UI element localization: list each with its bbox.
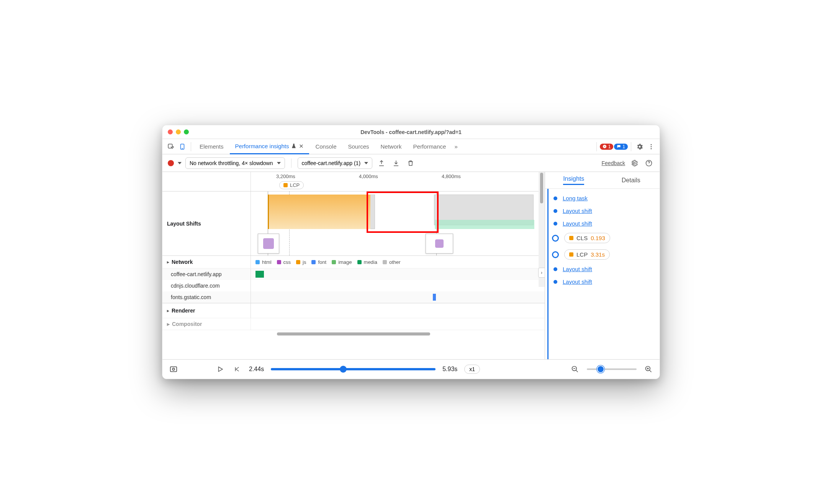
time-tick: 4,800ms bbox=[442, 173, 461, 179]
timeline-dot-icon bbox=[553, 280, 557, 284]
tab-sources[interactable]: Sources bbox=[342, 139, 374, 154]
import-icon[interactable] bbox=[391, 158, 401, 169]
legend-image: image bbox=[332, 259, 352, 265]
record-button[interactable] bbox=[168, 160, 174, 166]
minimize-window-button[interactable] bbox=[176, 129, 181, 134]
divider bbox=[631, 142, 631, 151]
inspect-icon[interactable] bbox=[165, 141, 176, 152]
time-ruler: 3,200ms 4,000ms 4,800ms LCP bbox=[162, 172, 545, 191]
compositor-label: Compositor bbox=[172, 321, 202, 327]
network-label: Network bbox=[162, 256, 251, 268]
throttling-select[interactable]: No network throttling, 4× slowdown bbox=[185, 157, 285, 169]
chevron-down-icon bbox=[364, 162, 368, 164]
svg-line-12 bbox=[576, 370, 578, 372]
network-section-header[interactable]: Network html css js font image media oth… bbox=[162, 255, 545, 268]
zoom-in-icon[interactable] bbox=[644, 364, 653, 374]
divider bbox=[291, 159, 291, 168]
maximize-window-button[interactable] bbox=[184, 129, 189, 134]
close-icon[interactable] bbox=[299, 144, 304, 149]
slider-handle[interactable] bbox=[597, 365, 604, 373]
legend-js: js bbox=[296, 259, 306, 265]
panel-settings-icon[interactable] bbox=[629, 158, 640, 169]
insight-cls-pill[interactable]: CLS 0.193 bbox=[564, 233, 610, 243]
request-bar[interactable] bbox=[433, 294, 436, 301]
error-count-badge[interactable]: 1 bbox=[600, 144, 614, 150]
compositor-section-header[interactable]: ▸Compositor bbox=[162, 318, 545, 330]
task-block-orange[interactable] bbox=[268, 195, 370, 229]
lcp-marker[interactable]: LCP bbox=[279, 181, 304, 189]
network-row[interactable]: coffee-cart.netlify.app bbox=[162, 268, 545, 280]
delete-icon[interactable] bbox=[405, 158, 416, 169]
slider-handle[interactable] bbox=[340, 366, 347, 373]
square-icon bbox=[569, 236, 573, 240]
sidebar-tabs: Insights Details bbox=[545, 172, 660, 189]
help-icon[interactable] bbox=[644, 158, 654, 169]
close-window-button[interactable] bbox=[168, 129, 173, 134]
more-tabs-button[interactable]: » bbox=[452, 139, 460, 154]
lcp-value: 3.31s bbox=[591, 251, 605, 258]
tab-details[interactable]: Details bbox=[603, 172, 660, 188]
insights-list[interactable]: Long task Layout shift Layout shift CLS … bbox=[545, 189, 660, 359]
overview-strip[interactable]: Layout Shifts bbox=[162, 191, 545, 255]
screenshot-thumbnail[interactable] bbox=[258, 234, 279, 254]
tab-network[interactable]: Network bbox=[375, 139, 407, 154]
renderer-section-header[interactable]: Renderer bbox=[162, 303, 545, 318]
screenshot-thumbnail[interactable] bbox=[426, 234, 453, 254]
time-range-slider[interactable] bbox=[271, 368, 436, 370]
request-bar[interactable] bbox=[255, 271, 264, 278]
rewind-icon[interactable] bbox=[232, 364, 242, 374]
zoom-slider[interactable] bbox=[587, 368, 637, 370]
message-count-badge[interactable]: 1 bbox=[614, 144, 628, 150]
device-toolbar-icon[interactable] bbox=[177, 141, 188, 152]
lcp-label: LCP bbox=[576, 251, 588, 258]
kebab-menu-icon[interactable] bbox=[646, 141, 657, 152]
cls-value: 0.193 bbox=[591, 235, 605, 241]
throttling-value: No network throttling, 4× slowdown bbox=[190, 160, 273, 166]
feedback-link[interactable]: Feedback bbox=[602, 160, 625, 166]
error-count: 1 bbox=[608, 144, 611, 149]
tab-insights[interactable]: Insights bbox=[545, 172, 603, 188]
svg-point-5 bbox=[651, 146, 652, 147]
window-title: DevTools - coffee-cart.netlify.app/?ad=1 bbox=[162, 129, 660, 135]
time-end: 5.93s bbox=[442, 366, 457, 373]
tab-console[interactable]: Console bbox=[310, 139, 342, 154]
message-icon bbox=[617, 144, 621, 149]
insight-layout-shift[interactable]: Layout shift bbox=[563, 278, 592, 285]
legend-other: other bbox=[383, 259, 401, 265]
svg-rect-9 bbox=[170, 367, 177, 372]
task-block-green[interactable] bbox=[435, 220, 534, 229]
play-icon[interactable] bbox=[215, 364, 225, 374]
insight-layout-shift[interactable]: Layout shift bbox=[563, 208, 592, 214]
message-count: 1 bbox=[622, 144, 625, 149]
tab-performance[interactable]: Performance bbox=[408, 139, 452, 154]
speed-pill[interactable]: x1 bbox=[464, 365, 480, 374]
insight-layout-shift[interactable]: Layout shift bbox=[563, 220, 592, 227]
horizontal-scrollbar[interactable] bbox=[162, 330, 545, 337]
timeline-panel[interactable]: › 3,200ms 4,000ms 4,800ms LCP Layout Shi… bbox=[162, 172, 545, 359]
red-highlight-box bbox=[367, 191, 439, 233]
timeline-dot-icon bbox=[553, 209, 557, 213]
insights-sidebar: Insights Details Long task Layout shift … bbox=[545, 172, 660, 359]
insight-lcp-pill[interactable]: LCP 3.31s bbox=[564, 249, 610, 260]
svg-point-4 bbox=[651, 144, 652, 145]
recording-select[interactable]: coffee-cart.netlify.app (1) bbox=[298, 157, 373, 169]
toggle-visibility-icon[interactable] bbox=[169, 364, 178, 374]
tab-label: Performance insights bbox=[235, 143, 289, 149]
svg-line-15 bbox=[650, 370, 652, 372]
insight-layout-shift[interactable]: Layout shift bbox=[563, 266, 592, 272]
insight-long-task[interactable]: Long task bbox=[563, 195, 588, 201]
legend-font: font bbox=[311, 259, 326, 265]
network-row[interactable]: cdnjs.cloudflare.com bbox=[162, 280, 545, 291]
network-row[interactable]: fonts.gstatic.com bbox=[162, 291, 545, 303]
tab-performance-insights[interactable]: Performance insights bbox=[230, 139, 309, 154]
zoom-out-icon[interactable] bbox=[570, 364, 580, 374]
settings-icon[interactable] bbox=[634, 141, 645, 152]
timeline-ring-icon bbox=[552, 251, 559, 258]
record-options-dropdown[interactable] bbox=[178, 162, 182, 164]
sidebar-toggle-handle[interactable]: › bbox=[538, 268, 545, 278]
network-host: cdnjs.cloudflare.com bbox=[162, 280, 251, 291]
cls-label: CLS bbox=[576, 235, 588, 241]
layout-shifts-label: Layout Shifts bbox=[162, 191, 251, 255]
export-icon[interactable] bbox=[376, 158, 387, 169]
tab-elements[interactable]: Elements bbox=[194, 139, 229, 154]
